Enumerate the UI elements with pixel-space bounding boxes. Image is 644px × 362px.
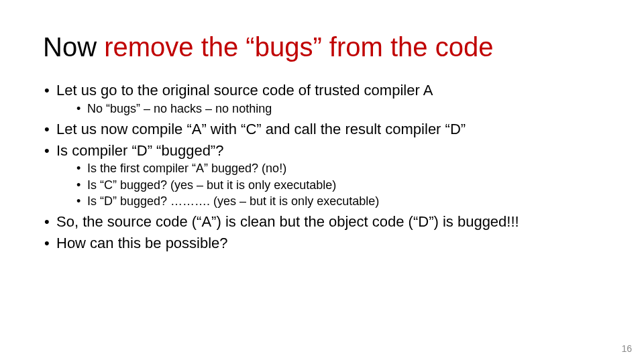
bullet-text: Let us go to the original source code of… [56,82,433,99]
list-item: Let us go to the original source code of… [43,80,601,117]
title-part-black: Now [43,32,104,62]
page-number: 16 [621,343,632,354]
bullet-text: So, the source code (“A”) is clean but t… [56,213,519,230]
bullet-text: Let us now compile “A” with “C” and call… [56,121,466,137]
list-item: Is the first compiler “A” bugged? (no!) [75,160,601,176]
list-item: Is compiler “D” “bugged”? Is the first c… [43,141,601,210]
bullet-text: Is compiler “D” “bugged”? [56,142,223,159]
bullet-text: Is the first compiler “A” bugged? (no!) [87,162,286,175]
bullet-text: Is “C” bugged? (yes – but it is only exe… [87,178,336,192]
bullet-text: How can this be possible? [56,235,228,251]
list-item: No “bugs” – no hacks – no nothing [75,101,601,117]
title-part-red: remove the “bugs” from the code [104,32,493,62]
slide: Now remove the “bugs” from the code Let … [0,0,644,362]
list-item: Is “D” bugged? ………. (yes – but it is onl… [75,193,601,209]
slide-title: Now remove the “bugs” from the code [43,32,601,62]
list-item: So, the source code (“A”) is clean but t… [43,212,601,232]
list-item: Is “C” bugged? (yes – but it is only exe… [75,177,601,193]
sub-bullet-list: Is the first compiler “A” bugged? (no!) … [56,160,601,209]
list-item: How can this be possible? [43,233,601,253]
bullet-text: No “bugs” – no hacks – no nothing [87,102,272,115]
bullet-text: Is “D” bugged? ………. (yes – but it is onl… [87,194,379,208]
sub-bullet-list: No “bugs” – no hacks – no nothing [56,101,601,117]
bullet-list: Let us go to the original source code of… [43,80,601,253]
list-item: Let us now compile “A” with “C” and call… [43,119,601,139]
